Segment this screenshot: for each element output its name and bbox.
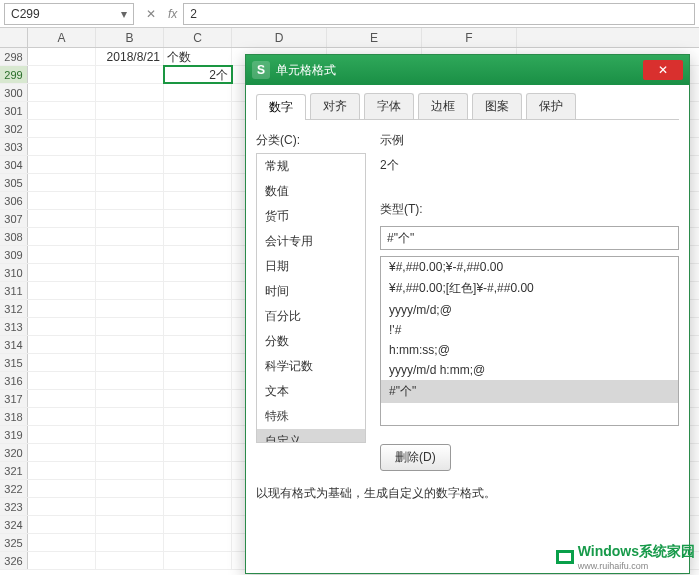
col-header[interactable]: C [164, 28, 232, 47]
close-icon[interactable]: ✕ [643, 60, 683, 80]
cell[interactable] [96, 408, 164, 425]
tab-图案[interactable]: 图案 [472, 93, 522, 119]
cell[interactable] [96, 480, 164, 497]
cell[interactable] [96, 318, 164, 335]
cell[interactable] [96, 228, 164, 245]
cell[interactable] [96, 426, 164, 443]
cancel-icon[interactable]: ✕ [140, 3, 162, 25]
format-item[interactable]: ¥#,##0.00;[红色]¥-#,##0.00 [381, 277, 678, 300]
cell[interactable] [164, 300, 232, 317]
category-item[interactable]: 会计专用 [257, 229, 365, 254]
cell[interactable] [96, 174, 164, 191]
chevron-down-icon[interactable]: ▾ [121, 7, 127, 21]
dialog-titlebar[interactable]: S 单元格格式 ✕ [246, 55, 689, 85]
row-header[interactable]: 322 [0, 480, 28, 497]
cell[interactable] [28, 426, 96, 443]
tab-数字[interactable]: 数字 [256, 94, 306, 120]
col-header[interactable]: A [28, 28, 96, 47]
row-header[interactable]: 314 [0, 336, 28, 353]
cell[interactable] [164, 462, 232, 479]
cell[interactable] [96, 264, 164, 281]
cell[interactable] [28, 390, 96, 407]
cell[interactable] [164, 246, 232, 263]
cell[interactable] [28, 156, 96, 173]
cell[interactable] [28, 318, 96, 335]
cell[interactable] [96, 156, 164, 173]
cell[interactable] [96, 390, 164, 407]
row-header[interactable]: 301 [0, 102, 28, 119]
tab-边框[interactable]: 边框 [418, 93, 468, 119]
row-header[interactable]: 323 [0, 498, 28, 515]
tab-字体[interactable]: 字体 [364, 93, 414, 119]
cell[interactable] [164, 480, 232, 497]
category-item[interactable]: 分数 [257, 329, 365, 354]
formula-input[interactable]: 2 [183, 3, 695, 25]
category-item[interactable]: 数值 [257, 179, 365, 204]
cell[interactable] [96, 138, 164, 155]
cell[interactable] [28, 552, 96, 569]
cell[interactable] [96, 300, 164, 317]
row-header[interactable]: 308 [0, 228, 28, 245]
cell[interactable] [96, 210, 164, 227]
cell[interactable] [164, 228, 232, 245]
row-header[interactable]: 315 [0, 354, 28, 371]
cell[interactable] [28, 480, 96, 497]
row-header[interactable]: 312 [0, 300, 28, 317]
cell[interactable] [164, 192, 232, 209]
row-header[interactable]: 299 [0, 66, 28, 83]
cell[interactable] [28, 66, 96, 83]
row-header[interactable]: 307 [0, 210, 28, 227]
cell[interactable] [164, 102, 232, 119]
row-header[interactable]: 302 [0, 120, 28, 137]
name-box[interactable]: C299 ▾ [4, 3, 134, 25]
cell[interactable] [164, 408, 232, 425]
cell[interactable] [96, 336, 164, 353]
category-item[interactable]: 百分比 [257, 304, 365, 329]
tab-保护[interactable]: 保护 [526, 93, 576, 119]
category-item[interactable]: 日期 [257, 254, 365, 279]
cell[interactable] [164, 84, 232, 101]
row-header[interactable]: 326 [0, 552, 28, 569]
category-item[interactable]: 科学记数 [257, 354, 365, 379]
cell[interactable] [164, 318, 232, 335]
row-header[interactable]: 305 [0, 174, 28, 191]
cell[interactable] [96, 66, 164, 83]
cell[interactable] [28, 498, 96, 515]
format-item[interactable]: !'# [381, 320, 678, 340]
cell[interactable]: 个数 [164, 48, 232, 65]
cell[interactable] [96, 282, 164, 299]
cell[interactable] [28, 120, 96, 137]
row-header[interactable]: 313 [0, 318, 28, 335]
cell[interactable] [164, 120, 232, 137]
select-all-corner[interactable] [0, 28, 28, 47]
cell[interactable] [164, 282, 232, 299]
cell[interactable] [28, 336, 96, 353]
cell[interactable] [28, 84, 96, 101]
cell[interactable] [28, 210, 96, 227]
cell[interactable] [96, 498, 164, 515]
cell[interactable]: 2个 [164, 66, 232, 83]
row-header[interactable]: 316 [0, 372, 28, 389]
cell[interactable] [28, 264, 96, 281]
cell[interactable] [96, 84, 164, 101]
category-item[interactable]: 特殊 [257, 404, 365, 429]
cell[interactable] [164, 354, 232, 371]
cell[interactable] [96, 192, 164, 209]
cell[interactable] [28, 48, 96, 65]
delete-button[interactable]: 删除(D) [380, 444, 451, 471]
row-header[interactable]: 325 [0, 534, 28, 551]
cell[interactable] [164, 498, 232, 515]
row-header[interactable]: 306 [0, 192, 28, 209]
cell[interactable] [96, 120, 164, 137]
cell[interactable] [28, 354, 96, 371]
cell[interactable] [96, 102, 164, 119]
format-item[interactable]: ¥#,##0.00;¥-#,##0.00 [381, 257, 678, 277]
cell[interactable] [28, 444, 96, 461]
cell[interactable] [164, 444, 232, 461]
col-header[interactable]: B [96, 28, 164, 47]
cell[interactable] [96, 354, 164, 371]
cell[interactable] [164, 264, 232, 281]
category-item[interactable]: 文本 [257, 379, 365, 404]
cell[interactable] [96, 552, 164, 569]
category-item[interactable]: 货币 [257, 204, 365, 229]
